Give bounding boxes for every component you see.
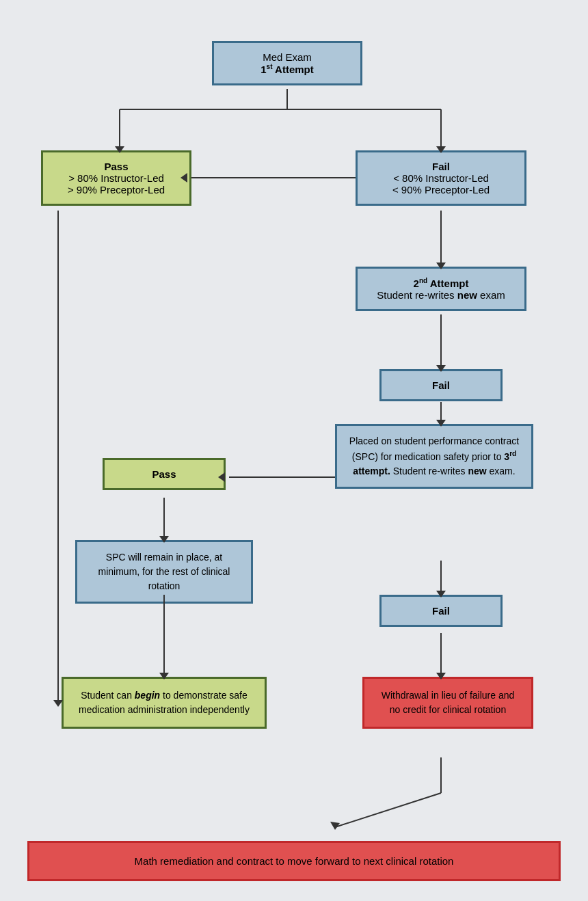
withdrawal-box: Withdrawal in lieu of failure and no cre…: [362, 677, 533, 729]
med-exam-box: Med Exam 1st Attempt: [212, 41, 362, 85]
spc-box: Placed on student performance contract (…: [335, 424, 533, 489]
fail-box-3: Fail: [379, 595, 503, 627]
fail-box-2: Fail: [379, 369, 503, 401]
attempt2-box: 2nd Attempt Student re-writes new exam: [356, 267, 526, 311]
svg-marker-30: [330, 822, 340, 830]
svg-line-29: [335, 793, 441, 827]
flowchart-diagram: Med Exam 1st Attempt Pass > 80% Instruct…: [21, 21, 567, 882]
spc-remain-box: SPC will remain in place, at minimum, fo…: [75, 540, 253, 604]
pass-box-2: Pass: [103, 458, 226, 490]
pass-box-1: Pass > 80% Instructor-Led > 90% Precepto…: [41, 150, 191, 206]
student-begin-box: Student can begin to demonstrate safe me…: [62, 677, 267, 729]
fail-box-1: Fail < 80% Instructor-Led < 90% Precepto…: [356, 150, 526, 206]
math-remediation-box: Math remediation and contract to move fo…: [27, 841, 561, 881]
